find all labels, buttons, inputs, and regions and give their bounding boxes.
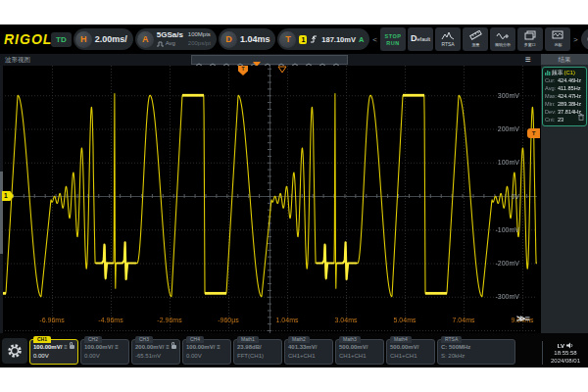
bode-button[interactable]: 频响分析 — [490, 27, 515, 51]
avg-mode-icon — [157, 41, 164, 47]
date-display: 2024/08/01 — [551, 357, 580, 365]
measurement-source: (C1) — [564, 69, 575, 76]
top-toolbar: RIGOL TD H 2.00ms/ A 5GSa/s Avg 100Mpts … — [0, 24, 588, 54]
channel-offset: 0.00V — [186, 352, 227, 361]
expand-results-icon[interactable]: ≫≡ — [516, 314, 529, 323]
measure-label: 测量 — [471, 41, 479, 47]
trigger-source-badge: 1 — [299, 35, 307, 44]
waveform-view-tab[interactable]: 波形视图 — [5, 56, 30, 65]
lock-icon — [172, 345, 176, 349]
measurement-name: 频率 — [552, 69, 564, 76]
ruler-icon — [469, 30, 482, 40]
memory-depth: 100Mpts — [188, 30, 211, 39]
channel-card-RTSA[interactable]: RTSAC: 500MHzS: 20kHz — [437, 339, 515, 365]
stop-run-button[interactable]: STOP RUN — [380, 27, 406, 51]
channel-scale: 100.00mV/ — [84, 342, 113, 352]
channel-tab: CH3 — [135, 336, 153, 343]
channel-offset: 0.00V — [33, 352, 74, 361]
channel-card-CH2[interactable]: CH2100.00mV/≡0.00V — [80, 339, 129, 365]
waveform-canvas[interactable] — [2, 66, 537, 333]
acquisition-control[interactable]: A 5GSa/s Avg 100Mpts 200ps/pt — [135, 28, 217, 50]
trigger-knob[interactable]: T — [279, 31, 296, 48]
toolbar-scroll-left[interactable]: < — [371, 35, 378, 44]
bw-limit-icon: ≡ — [115, 344, 119, 350]
settings-button[interactable] — [2, 338, 27, 364]
trigger-level-marker[interactable]: T — [527, 128, 540, 138]
cursor-label: 光标 — [554, 41, 562, 47]
channel-offset: 0.00V — [84, 352, 125, 361]
delay-value: 1.04ms — [240, 34, 270, 44]
bw-limit-icon: ≡ — [64, 344, 68, 350]
channel-scale: 100.00mV/ — [33, 342, 62, 352]
trigger-level: 187.10mV — [321, 35, 356, 44]
cursor-button[interactable]: 光标 — [545, 27, 570, 51]
acquisition-knob[interactable]: A — [137, 31, 154, 48]
horizontal-control[interactable]: H 2.00ms/ — [74, 28, 133, 50]
view-tab-bar: 波形视图 ≡ — [0, 54, 541, 66]
channel-offset: CH1+CH1 — [339, 352, 380, 361]
bode-label: 频响分析 — [495, 41, 511, 47]
results-title: 结果 — [541, 54, 588, 65]
channel-tab: RTSA — [441, 336, 462, 343]
acq-mode: Avg — [166, 39, 175, 48]
rtsa-button[interactable]: RTSA — [435, 27, 461, 51]
channel-card-CH3[interactable]: CH3200.00mV/≡-65.51mV — [131, 339, 180, 365]
center-position-marker — [277, 66, 287, 74]
delay-control[interactable]: D 1.04ms — [219, 28, 276, 50]
channel-tab: CH2 — [84, 336, 102, 343]
stacked-windows-icon — [524, 30, 536, 40]
channel-card-Math1[interactable]: Math123.98dB/FFT(CH1) — [233, 339, 282, 365]
measurement-row: Cur:424.46Hz — [545, 76, 584, 84]
view-menu-icon[interactable]: ≡ — [525, 54, 531, 66]
delete-measurement-icon[interactable] — [578, 107, 584, 124]
delay-knob[interactable]: D — [220, 31, 237, 48]
channel-card-Math4[interactable]: Math4500.00mV/CH1+CH1 — [386, 339, 435, 365]
gear-icon — [7, 343, 23, 359]
trigger-control[interactable]: T 1 187.10mV A — [277, 28, 369, 50]
bw-limit-icon: ≡ — [217, 344, 220, 350]
channel-tab: Math4 — [390, 336, 412, 343]
channel-tab: CH1 — [33, 336, 51, 343]
channel-card-Math2[interactable]: Math2401.33mV/CH1+CH1 — [284, 339, 333, 365]
waveform-overview-strip[interactable] — [191, 55, 348, 65]
clock-block: LV 18:55:58 2024/08/01 — [542, 341, 586, 365]
channel-offset: S: 20kHz — [441, 352, 512, 361]
channel-scale: 200.00mV/ — [135, 342, 164, 352]
measurement-card-freq-c1[interactable]: 频率(C1) Cur:424.46HzAvg:411.85HzMax:424.4… — [542, 67, 587, 126]
default-button[interactable]: Default — [408, 27, 433, 51]
measure-button[interactable]: 测量 — [463, 27, 488, 51]
bw-limit-icon: ≡ — [166, 344, 170, 350]
multiwindow-button[interactable]: 多窗口 — [517, 27, 543, 51]
spectrum-icon — [441, 31, 455, 40]
channel-card-CH4[interactable]: CH4100.00mV/≡0.00V — [182, 339, 231, 365]
mode-badge[interactable]: TD — [51, 32, 72, 47]
channel-status-bar: CH1100.00mV/≡0.00VCH2100.00mV/≡0.00VCH32… — [0, 333, 588, 368]
channel-offset: CH1+CH1 — [288, 352, 329, 361]
default-label-rest: efault — [417, 36, 430, 42]
measurement-row: Avg:411.85Hz — [545, 84, 584, 92]
stop-label: STOP — [385, 33, 402, 39]
status-indicator: LV — [558, 343, 564, 349]
run-label: RUN — [386, 40, 399, 46]
self-cal-button[interactable] — [581, 28, 588, 50]
rigol-logo: RIGOL — [4, 31, 49, 47]
oscilloscope-screen: RIGOL TD H 2.00ms/ A 5GSa/s Avg 100Mpts … — [0, 24, 588, 368]
measurement-row: Max:424.47Hz — [545, 92, 584, 100]
channel-offset: CH1+CH1 — [390, 352, 431, 361]
channel-card-CH1[interactable]: CH1100.00mV/≡0.00V — [29, 339, 78, 365]
channel-scale: 401.33mV/ — [288, 342, 317, 352]
channel-scale: 500.00mV/ — [390, 342, 418, 352]
horizontal-knob[interactable]: H — [75, 31, 92, 48]
channel-tab: Math2 — [288, 336, 310, 343]
channel-card-Math3[interactable]: Math3500.00mV/CH1+CH1 — [335, 339, 384, 365]
time-display: 18:55:58 — [551, 349, 580, 357]
toolbar-scroll-right[interactable]: > — [572, 35, 579, 44]
channel-scale: 100.00mV/ — [186, 342, 215, 352]
multiwindow-label: 多窗口 — [524, 41, 536, 47]
rtsa-label: RTSA — [441, 41, 454, 48]
channel-scale: 23.98dB/ — [237, 342, 262, 352]
screenshot-page: RIGOL TD H 2.00ms/ A 5GSa/s Avg 100Mpts … — [0, 0, 588, 392]
channel-tab: Math3 — [339, 336, 361, 343]
channel-scale: C: 500MHz — [441, 342, 470, 352]
scrollbar-thumb[interactable] — [0, 172, 3, 254]
